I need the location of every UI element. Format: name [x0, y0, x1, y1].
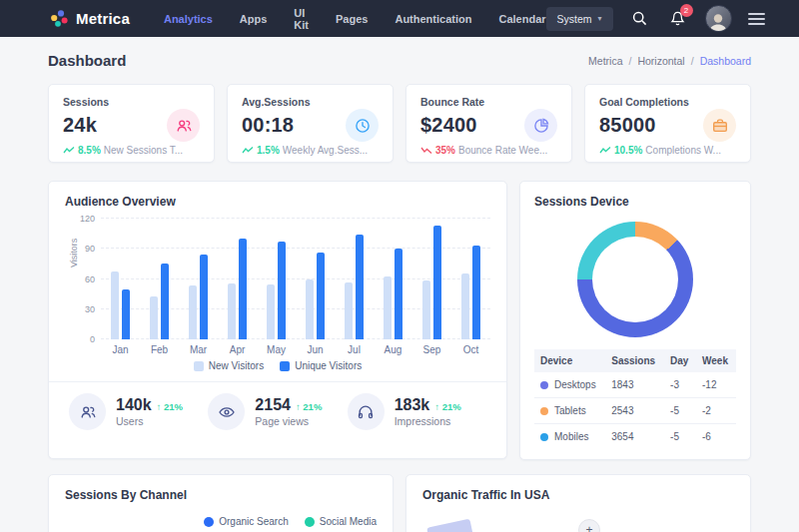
avatar[interactable] [705, 5, 732, 32]
users-icon [167, 109, 200, 142]
bar-unique-visitors [356, 235, 364, 339]
stat-label: Goal Completions [599, 96, 736, 108]
topbar-right: System ▾ 2 [546, 5, 765, 32]
x-tick-label: Jul [335, 344, 374, 355]
x-tick-label: Mar [179, 344, 218, 355]
x-tick-label: Jun [296, 344, 335, 355]
day-cell: -3 [664, 372, 696, 398]
y-tick-label: 120 [69, 214, 95, 224]
x-tick-label: Feb [140, 344, 179, 355]
table-row-tablets: Tablets2543-5-2 [534, 398, 736, 424]
mini-stat-page-views: 2154↑ 21%Page views [208, 393, 347, 430]
legend-label: Organic Search [219, 516, 288, 527]
nav-item-calendar[interactable]: Calendar [498, 13, 545, 25]
trend-down-icon [420, 146, 432, 155]
legend-swatch [280, 361, 290, 371]
legend-item-unique-visitors[interactable]: Unique Visitors [280, 360, 362, 371]
device-table-header-week: Week [696, 349, 736, 372]
y-tick-label: 0 [69, 334, 95, 344]
stat-label: Avg.Sessions [242, 96, 379, 108]
bar-new-visitors [150, 296, 158, 339]
bell-icon[interactable]: 2 [667, 8, 689, 30]
nav-item-ui-kit[interactable]: UI Kit [294, 7, 309, 31]
nav-item-apps[interactable]: Apps [240, 13, 268, 25]
brand[interactable]: Metrica [50, 9, 130, 28]
bar-unique-visitors [317, 253, 325, 339]
usa-map-fragment [426, 519, 474, 532]
device-color-dot [540, 381, 548, 389]
week-cell: -12 [696, 372, 736, 398]
breadcrumb: Metrica/Horizontal/Dashboard [588, 55, 751, 67]
trend-up-icon [63, 146, 75, 155]
trend-percent: 10.5% [614, 145, 642, 156]
breadcrumb-item-dashboard[interactable]: Dashboard [700, 55, 751, 67]
device-table-header-day: Day [664, 349, 696, 372]
trend-percent: 1.5% [257, 145, 280, 156]
nav-item-pages[interactable]: Pages [336, 13, 368, 25]
sessions-cell: 1843 [605, 372, 664, 398]
system-dropdown-label: System [557, 13, 592, 25]
week-cell: -2 [696, 398, 736, 424]
sessions-by-channel-card: Sessions By Channel Organic SearchSocial… [48, 474, 394, 532]
device-color-dot [540, 407, 548, 415]
device-table-header-sassions: Sassions [605, 349, 664, 372]
device-table: DeviceSassionsDayWeekDesktops1843-3-12Ta… [534, 349, 736, 449]
bar-new-visitors [228, 283, 236, 339]
audience-chart-legend: New VisitorsUnique Visitors [65, 360, 490, 371]
trend-up-icon [242, 146, 254, 155]
audience-overview-title: Audience Overview [65, 195, 490, 209]
map-zoom-in-button[interactable]: + [578, 519, 600, 532]
breadcrumb-separator: / [691, 55, 694, 67]
y-tick-label: 60 [69, 274, 95, 284]
legend-item-social-media[interactable]: Social Media [305, 516, 377, 527]
bar-group-oct [451, 219, 490, 339]
legend-item-new-visitors[interactable]: New Visitors [194, 360, 264, 371]
x-tick-label: May [257, 344, 296, 355]
trend-description: Bounce Rate Wee... [458, 145, 547, 156]
mini-stat-label: Page views [255, 415, 322, 427]
mini-stat-value: 140k [116, 396, 152, 414]
main-nav: AnalyticsAppsUI KitPagesAuthenticationCa… [164, 7, 546, 31]
breadcrumb-item-horizontal[interactable]: Horizontal [637, 55, 684, 67]
trend-description: Completions W... [645, 145, 721, 156]
organic-traffic-title: Organic Traffic In USA [422, 488, 734, 502]
y-tick-label: 30 [69, 304, 95, 314]
mini-stat-delta: ↑ 21% [296, 401, 322, 412]
audience-bar-chart: Visitors 0306090120 [101, 219, 490, 339]
stat-card-avg-sessions: Avg.Sessions00:181.5%Weekly Avg.Sess... [227, 84, 394, 163]
day-cell: -5 [664, 398, 696, 424]
page-title: Dashboard [48, 52, 126, 69]
bar-group-jun [296, 219, 335, 339]
dashboard-page: Metrica AnalyticsAppsUI KitPagesAuthenti… [0, 0, 799, 532]
device-cell: Desktops [534, 372, 605, 398]
nav-item-analytics[interactable]: Analytics [164, 13, 213, 25]
search-icon[interactable] [629, 8, 651, 30]
legend-item-organic-search[interactable]: Organic Search [204, 516, 288, 527]
audience-overview-card: Audience Overview Visitors 0306090120 Ja… [48, 181, 507, 459]
system-dropdown[interactable]: System ▾ [546, 7, 613, 31]
stat-label: Sessions [63, 96, 200, 108]
bar-unique-visitors [472, 246, 480, 339]
bar-group-aug [374, 219, 412, 339]
topbar: Metrica AnalyticsAppsUI KitPagesAuthenti… [0, 0, 799, 37]
title-row: Dashboard Metrica/Horizontal/Dashboard [48, 52, 751, 69]
stat-card-bounce-rate: Bounce Rate$240035%Bounce Rate Wee... [405, 84, 572, 163]
legend-label: Social Media [320, 516, 377, 527]
sessions-device-card: Sessions Device DeviceSassionsDayWeekDes… [519, 181, 751, 460]
eye-icon [208, 393, 245, 430]
device-cell: Tablets [534, 398, 605, 424]
bar-group-mar [179, 219, 218, 339]
menu-icon[interactable] [748, 13, 765, 25]
stat-label: Bounce Rate [420, 96, 557, 108]
brand-name: Metrica [76, 10, 130, 27]
trend-percent: 35% [435, 145, 455, 156]
bar-new-visitors [306, 279, 314, 340]
mini-stat-value: 183k [395, 396, 430, 414]
stat-cards-row: Sessions24k8.5%New Sessions T...Avg.Sess… [48, 84, 751, 163]
bar-new-visitors [189, 285, 197, 339]
nav-item-authentication[interactable]: Authentication [395, 13, 471, 25]
stat-value: $2400 [420, 114, 477, 137]
pie-chart-icon [524, 109, 557, 142]
x-axis-labels: JanFebMarAprMayJunJulAugSepOct [101, 344, 490, 355]
breadcrumb-item-metrica[interactable]: Metrica [588, 55, 622, 67]
